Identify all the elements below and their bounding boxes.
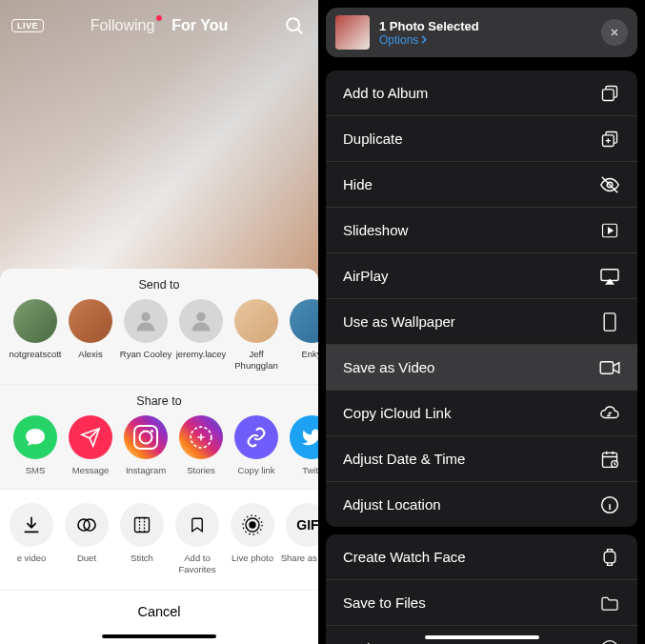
photo-thumbnail — [335, 15, 370, 50]
contact-item[interactable]: jeremy.lacey — [173, 299, 229, 371]
slideshow-icon — [599, 220, 620, 241]
send-to-title: Send to — [0, 269, 318, 299]
sms-icon — [13, 415, 57, 459]
actions-scroll[interactable]: Add to Album Duplicate Hide Slideshow Ai… — [318, 63, 645, 644]
action-save-video[interactable]: e video — [4, 492, 59, 574]
row-adjust-date[interactable]: Adjust Date & Time — [326, 435, 637, 481]
tiktok-header: LIVE Following For You — [0, 17, 318, 34]
row-slideshow[interactable]: Slideshow — [326, 207, 637, 252]
share-label: Message — [72, 465, 110, 475]
bookmark-icon — [175, 503, 219, 547]
contact-item[interactable]: notgreatscott — [8, 299, 63, 371]
contact-name: notgreatscott — [10, 349, 62, 359]
action-label: Stitch — [131, 553, 153, 563]
home-indicator — [102, 634, 216, 638]
phone-icon — [599, 312, 620, 332]
search-icon[interactable] — [284, 15, 305, 36]
action-label: e video — [17, 553, 47, 563]
row-label: Save to Files — [343, 594, 426, 611]
row-label: AirPlay — [343, 268, 389, 284]
row-save-to-files[interactable]: Save to Files — [326, 579, 637, 625]
hide-icon — [599, 174, 620, 195]
row-airplay[interactable]: AirPlay — [326, 252, 637, 298]
actions-row[interactable]: e video Duet Stitch Add to Favorites Liv… — [0, 489, 318, 590]
video-background — [0, 0, 318, 276]
share-stories[interactable]: Stories — [173, 415, 229, 475]
share-sms[interactable]: SMS — [8, 415, 63, 475]
row-label: Use as Wallpaper — [343, 313, 455, 330]
duplicate-icon — [599, 129, 620, 150]
share-message[interactable]: Message — [63, 415, 118, 475]
row-adjust-location[interactable]: Adjust Location — [326, 481, 637, 527]
row-label: Add to Album — [343, 85, 428, 101]
row-wallpaper[interactable]: Use as Wallpaper — [326, 298, 637, 344]
twitter-icon — [290, 415, 318, 459]
ios-share-sheet: 1 Photo Selected Options Add to Album Du… — [318, 0, 645, 644]
action-label: Share as GIF — [281, 553, 318, 563]
actions-group-2: Create Watch Face Save to Files Assign t… — [326, 534, 637, 644]
share-instagram[interactable]: Instagram — [118, 415, 173, 475]
options-label: Options — [379, 33, 418, 47]
row-add-to-album[interactable]: Add to Album — [326, 70, 637, 115]
contact-name: Enky — [301, 349, 318, 359]
contact-name: jeremy.lacey — [176, 349, 227, 359]
contact-item[interactable]: Alexis — [63, 299, 118, 371]
contacts-row[interactable]: notgreatscott Alexis Ryan Cooley jeremy.… — [0, 299, 318, 384]
avatar-placeholder — [124, 299, 168, 343]
contact-item[interactable]: Ryan Cooley — [118, 299, 173, 371]
watch-icon — [599, 547, 620, 568]
row-copy-icloud[interactable]: Copy iCloud Link — [326, 390, 637, 435]
svg-rect-20 — [604, 552, 615, 563]
download-icon — [10, 503, 53, 547]
action-stitch[interactable]: Stitch — [114, 492, 170, 574]
instagram-icon — [124, 415, 168, 459]
row-assign-contact[interactable]: Assign to Contact — [326, 625, 637, 644]
avatar-placeholder — [179, 299, 223, 343]
live-badge[interactable]: LIVE — [11, 19, 44, 32]
svg-rect-16 — [600, 361, 613, 372]
row-label: Hide — [343, 176, 373, 192]
row-label: Save as Video — [343, 359, 434, 375]
share-sheet-header: 1 Photo Selected Options — [326, 8, 637, 57]
row-label: Adjust Location — [343, 496, 441, 513]
action-add-favorites[interactable]: Add to Favorites — [170, 492, 225, 574]
row-label: Slideshow — [343, 222, 408, 238]
row-duplicate[interactable]: Duplicate — [326, 115, 637, 161]
action-share-gif[interactable]: GIFShare as GIF — [280, 492, 318, 574]
svg-rect-10 — [603, 89, 615, 100]
duet-icon — [65, 503, 109, 547]
notification-dot — [156, 15, 162, 21]
share-to-title: Share to — [0, 384, 318, 415]
row-create-watch-face[interactable]: Create Watch Face — [326, 534, 637, 579]
action-duet[interactable]: Duet — [59, 492, 114, 574]
row-hide[interactable]: Hide — [326, 161, 637, 207]
options-button[interactable]: Options — [379, 33, 592, 47]
row-label: Assign to Contact — [343, 640, 455, 644]
tiktok-screen: LIVE Following For You Send to notgreats… — [0, 0, 318, 644]
tab-following[interactable]: Following — [91, 17, 155, 34]
avatar — [234, 299, 278, 343]
svg-point-21 — [602, 640, 618, 644]
row-label: Adjust Date & Time — [343, 451, 465, 467]
row-save-video[interactable]: Save as Video — [326, 344, 637, 390]
contact-name: Alexis — [78, 349, 102, 359]
contact-item[interactable]: Enky — [284, 299, 318, 371]
share-twitter[interactable]: Twitt — [284, 415, 318, 475]
tab-foryou[interactable]: For You — [171, 17, 228, 34]
close-button[interactable] — [601, 19, 628, 46]
stories-icon — [179, 415, 223, 459]
message-icon — [69, 415, 112, 459]
share-label: Twitt — [302, 465, 318, 475]
share-copy-link[interactable]: Copy link — [229, 415, 284, 475]
row-label: Duplicate — [343, 131, 403, 147]
svg-point-2 — [196, 312, 205, 321]
share-targets-row[interactable]: SMS Message Instagram Stories Copy link … — [0, 415, 318, 489]
action-label: Add to Favorites — [170, 553, 225, 574]
contact-item[interactable]: Jeff Phungglan — [229, 299, 284, 371]
airplay-icon — [599, 266, 620, 287]
feed-tabs: Following For You — [91, 17, 229, 34]
home-indicator — [425, 635, 539, 639]
share-label: Instagram — [126, 465, 166, 475]
action-live-photo[interactable]: Live photo — [225, 492, 280, 574]
cloud-icon — [599, 403, 620, 424]
